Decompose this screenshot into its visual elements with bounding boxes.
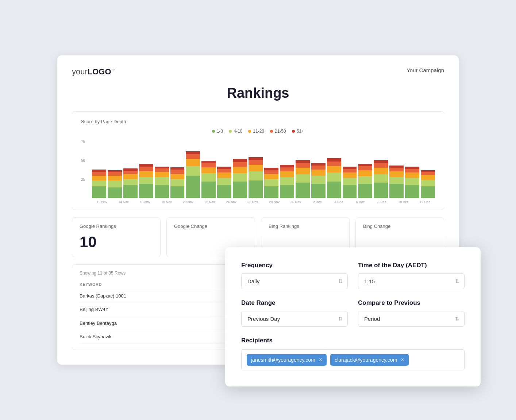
stat-google-rankings: Google Rankings 10 (72, 217, 161, 257)
x-label: 8 Dec (372, 200, 392, 204)
bar-segment (405, 185, 419, 198)
bar-segment (108, 180, 122, 188)
legend-dot (229, 130, 232, 133)
bar-segment (374, 168, 388, 174)
bar-segment (170, 186, 185, 198)
bar-segment (233, 159, 247, 162)
bar-group (92, 140, 106, 198)
bar-segment (92, 180, 106, 186)
bar-segment (217, 185, 231, 198)
x-label: 4 Dec (329, 200, 349, 204)
chart-legend: 1-34-1011-2021-5051+ (81, 129, 435, 134)
bar-segment (249, 157, 263, 160)
header: yourLOGO™ Your Campaign (72, 67, 444, 77)
x-label: 26 Nov (243, 200, 263, 204)
bar-segment (264, 174, 278, 179)
x-label: 6 Dec (350, 200, 370, 204)
compare-to-label: Compare to Previous (358, 299, 465, 307)
bar-segment (186, 151, 200, 154)
date-range-select-wrapper: Previous DayPrevious WeekPrevious MonthL… (241, 311, 348, 327)
legend-item: 51+ (292, 129, 304, 134)
compare-to-select[interactable]: PeriodYearMonth (358, 311, 465, 327)
bar-segment (264, 170, 278, 174)
recipient-tag[interactable]: clarajack@youragency.com× (330, 354, 408, 366)
bar-segment (217, 178, 231, 185)
recipients-label: Recipients (241, 337, 465, 344)
bar-segment (374, 163, 388, 168)
bar-segment (389, 177, 404, 184)
bar-segment (123, 179, 138, 185)
remove-recipient-icon[interactable]: × (401, 357, 404, 363)
remove-recipient-icon[interactable]: × (319, 357, 322, 363)
bar-segment (296, 160, 310, 163)
frequency-select[interactable]: DailyWeeklyMonthly (241, 273, 348, 289)
bar-group (280, 140, 294, 198)
bar-segment (233, 167, 247, 173)
bar-segment (155, 185, 169, 198)
legend-item: 21-50 (270, 129, 286, 134)
logo-prefix: your (72, 67, 88, 76)
chart-title: Score by Page Depth (81, 119, 435, 124)
bar-segment (186, 176, 200, 198)
x-label: 30 Nov (286, 200, 306, 204)
date-range-select[interactable]: Previous DayPrevious WeekPrevious MonthL… (241, 311, 348, 327)
bar-segment (249, 165, 263, 171)
bar-segment (233, 162, 247, 167)
x-label: 20 Nov (178, 200, 198, 204)
bar-segment (311, 170, 326, 175)
bar-group (358, 140, 372, 198)
bar-segment (155, 168, 169, 172)
time-select[interactable]: 1:152:003:006:009:0012:00 (358, 273, 465, 289)
legend-dot (292, 130, 295, 133)
bar-segment (296, 168, 310, 174)
bar-segment (217, 172, 231, 178)
legend-item: 11-20 (248, 129, 264, 134)
bar-segment (92, 176, 106, 180)
bar-segment (280, 171, 294, 177)
bar-segment (217, 169, 231, 173)
bar-group (296, 140, 310, 198)
time-label: Time of the Day (AEDT) (358, 262, 465, 269)
bar-segment (358, 176, 372, 184)
bar-segment (233, 173, 247, 182)
bar-segment (358, 184, 372, 198)
x-label: 18 Nov (157, 200, 177, 204)
bar-group (233, 140, 247, 198)
bar-segment (108, 172, 122, 176)
bar-group (139, 140, 153, 198)
bar-group (249, 140, 263, 198)
bar-segment (201, 173, 216, 182)
bar-group (217, 140, 231, 198)
bar-segment (389, 184, 404, 198)
bar-segment (249, 180, 263, 198)
bar-segment (343, 185, 357, 198)
bar-segment (264, 186, 278, 198)
bar-segment (186, 159, 200, 166)
bar-segment (343, 172, 357, 178)
bar-segment (201, 163, 216, 167)
bar-segment (123, 185, 138, 198)
bar-segment (170, 174, 185, 179)
legend-dot (212, 130, 215, 133)
recipient-tag[interactable]: janesmith@youragency.com× (247, 354, 327, 366)
legend-item: 1-3 (212, 129, 223, 134)
stat-bing-label: Bing Rankings (269, 223, 342, 229)
bar-segment (327, 172, 341, 181)
stat-bing-change-label: Bing Change (363, 223, 436, 229)
bar-segment (405, 172, 419, 178)
date-range-label: Date Range (241, 299, 348, 307)
bar-segment (311, 184, 326, 198)
recipient-email: clarajack@youragency.com (335, 357, 397, 363)
bar-segment (405, 169, 419, 173)
bar-segment (201, 182, 216, 198)
bar-group (421, 140, 435, 198)
legend-dot (248, 130, 251, 133)
x-label: 28 Nov (264, 200, 284, 204)
date-range-group: Date Range Previous DayPrevious WeekPrev… (241, 299, 348, 327)
bar-segment (421, 175, 435, 180)
recipients-box[interactable]: janesmith@youragency.com×clarajack@youra… (241, 349, 465, 370)
bar-segment (139, 164, 153, 167)
x-axis-labels: 10 Nov14 Nov16 Nov18 Nov20 Nov22 Nov24 N… (81, 200, 435, 204)
bar-group (343, 140, 357, 198)
bar-segment (374, 160, 388, 163)
